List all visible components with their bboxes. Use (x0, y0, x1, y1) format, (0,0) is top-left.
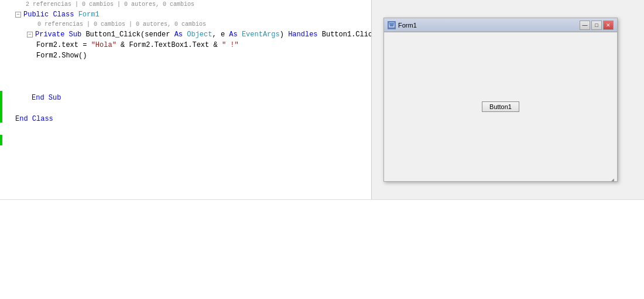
string-hola: "Hola" (91, 40, 117, 50)
kw-public: Public (23, 9, 53, 20)
code-line-public-class: − Public Class Form1 (15, 9, 366, 20)
code-content: 2 referencias | 0 cambios | 0 autores, 0… (11, 0, 371, 124)
kw-sub: Sub (69, 29, 86, 40)
handles-name: Button1.Click (322, 29, 372, 40)
kw-class2: Class (32, 114, 53, 124)
concat1: & Form2.TextBox1.Text & (117, 40, 222, 50)
kw-end: End (32, 93, 49, 103)
code-line-blank2 (15, 103, 366, 114)
bottom-area (0, 199, 644, 299)
form-controls: — □ ✕ (580, 21, 614, 30)
form-window: Form1 — □ ✕ Button1 (383, 18, 618, 182)
code-line-form2-text: Form2.text = "Hola" & Form2.TextBox1.Tex… (32, 40, 366, 50)
collapse-sub-btn[interactable]: − (27, 32, 33, 38)
collapse-class-btn[interactable]: − (15, 12, 21, 18)
svg-rect-1 (389, 23, 394, 25)
meta-sub-refs: 0 referencias | 0 cambios | 0 autores, 0… (20, 20, 366, 29)
kw-sub2: Sub (49, 93, 61, 103)
comma-e: , e (212, 29, 229, 40)
form-title-text: Form1 (398, 22, 580, 29)
code-line-private-sub: − Private Sub Button1_Click(sender As Ob… (15, 29, 366, 40)
close-button[interactable]: ✕ (603, 21, 614, 30)
kw-class: Class (53, 9, 78, 20)
main-area: 2 referencias | 0 cambios | 0 autores, 0… (0, 0, 644, 199)
form-icon (388, 21, 396, 29)
kw-handles: Handles (288, 29, 322, 40)
resize-handle[interactable] (611, 175, 616, 180)
code-line-form2-show: Form2.Show() (32, 50, 366, 61)
form-preview-area: Form1 — □ ✕ Button1 (372, 0, 644, 199)
green-bar-1 (0, 91, 2, 123)
kw-as1: As (174, 29, 187, 40)
code-line-end-sub: End Sub (15, 93, 366, 103)
paren-close: ) (280, 29, 288, 40)
form2-show: Form2.Show() (36, 50, 87, 61)
string-excl: " !" (222, 40, 239, 50)
type-object: Object (187, 29, 212, 40)
code-line-end-class: End Class (15, 114, 366, 124)
vb-button1[interactable]: Button1 (482, 101, 519, 112)
sub-name: Button1_Click(sender (85, 29, 174, 40)
kw-as2: As (229, 29, 242, 40)
meta-class-refs: 2 referencias | 0 cambios | 0 autores, 0… (20, 0, 366, 9)
form-titlebar: Form1 — □ ✕ (384, 18, 617, 32)
kw-private: Private (35, 29, 69, 40)
class-name: Form1 (78, 9, 100, 20)
minimize-button[interactable]: — (580, 21, 590, 30)
form2-text-assign: Form2.text = (36, 40, 91, 50)
green-bar-2 (0, 135, 2, 145)
code-line-blank (15, 61, 366, 93)
maximize-button[interactable]: □ (591, 21, 602, 30)
kw-end2: End (15, 114, 32, 124)
form-body: Button1 (384, 32, 617, 181)
code-editor: 2 referencias | 0 cambios | 0 autores, 0… (0, 0, 372, 199)
type-eventargs: EventArgs (242, 29, 280, 40)
